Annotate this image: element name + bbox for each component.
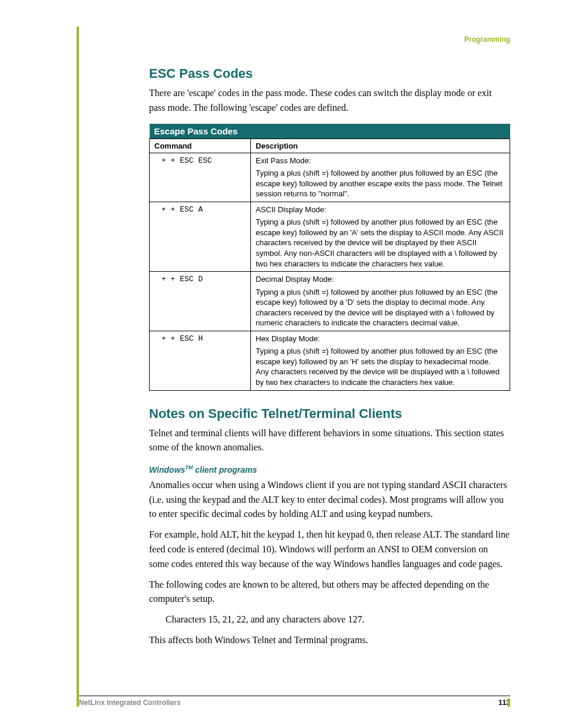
tm-mark: TM [185, 465, 193, 470]
table-title: Escape Pass Codes [150, 124, 510, 139]
col-command: Command [150, 139, 251, 153]
desc-body: Typing a plus (shift =) followed by anot… [256, 287, 505, 328]
cell-command: + + ESC D [150, 272, 251, 331]
table-title-row: Escape Pass Codes [150, 124, 510, 139]
page-footer: NetLinx Integrated Controllers 113 [79, 696, 510, 707]
col-description: Description [251, 139, 510, 153]
desc-head: Hex Display Mode: [256, 334, 505, 344]
section-breadcrumb: Programming [464, 35, 510, 44]
heading-telnet-notes: Notes on Specific Telnet/Terminal Client… [149, 406, 510, 421]
footer-accent-tick [508, 699, 510, 707]
subheading-windows-clients: WindowsTM client programs [149, 465, 510, 475]
escape-pass-codes-table: Escape Pass Codes Command Description + … [149, 124, 510, 391]
para-known-altered: The following codes are known to be alte… [149, 578, 510, 607]
desc-head: ASCII Display Mode: [256, 205, 505, 215]
para-affects-both: This affects both Windows Telnet and Ter… [149, 633, 510, 648]
cell-description: Exit Pass Mode: Typing a plus (shift =) … [251, 153, 510, 202]
desc-body: Typing a plus (shift =) followed by anot… [256, 217, 505, 269]
desc-body: Typing a plus (shift =) followed by anot… [256, 168, 505, 199]
subheading-suffix: client programs [193, 465, 257, 475]
intro-paragraph-2: Telnet and terminal clients will have di… [149, 426, 510, 456]
cell-command: + + ESC ESC [150, 153, 251, 202]
page: Programming ESC Pass Codes There are 'es… [0, 0, 562, 728]
table-row: + + ESC H Hex Display Mode: Typing a plu… [150, 331, 510, 390]
table-row: + + ESC ESC Exit Pass Mode: Typing a plu… [150, 153, 510, 202]
table-row: + + ESC A ASCII Display Mode: Typing a p… [150, 202, 510, 271]
cell-description: Decimal Display Mode: Typing a plus (shi… [251, 272, 510, 331]
desc-head: Exit Pass Mode: [256, 156, 505, 166]
para-character-list: Characters 15, 21, 22, and any character… [166, 612, 510, 627]
table-header-row: Command Description [150, 139, 510, 153]
table-row: + + ESC D Decimal Display Mode: Typing a… [150, 272, 510, 331]
desc-body: Typing a plus (shift =) followed by anot… [256, 346, 505, 387]
para-example: For example, hold ALT, hit the keypad 1,… [149, 528, 510, 571]
desc-head: Decimal Display Mode: [256, 274, 505, 285]
para-anomalies: Anomalies occur when using a Windows cli… [149, 478, 510, 522]
intro-paragraph-1: There are 'escape' codes in the pass mod… [149, 86, 510, 116]
cell-description: ASCII Display Mode: Typing a plus (shift… [251, 202, 510, 271]
footer-doc-title: NetLinx Integrated Controllers [79, 699, 181, 707]
cell-command: + + ESC H [150, 331, 251, 390]
cell-description: Hex Display Mode: Typing a plus (shift =… [251, 331, 510, 390]
cell-command: + + ESC A [150, 202, 251, 271]
subheading-prefix: Windows [149, 465, 185, 475]
main-content: ESC Pass Codes There are 'escape' codes … [149, 59, 510, 654]
heading-esc-pass-codes: ESC Pass Codes [149, 66, 510, 81]
left-accent-rule [77, 27, 79, 707]
